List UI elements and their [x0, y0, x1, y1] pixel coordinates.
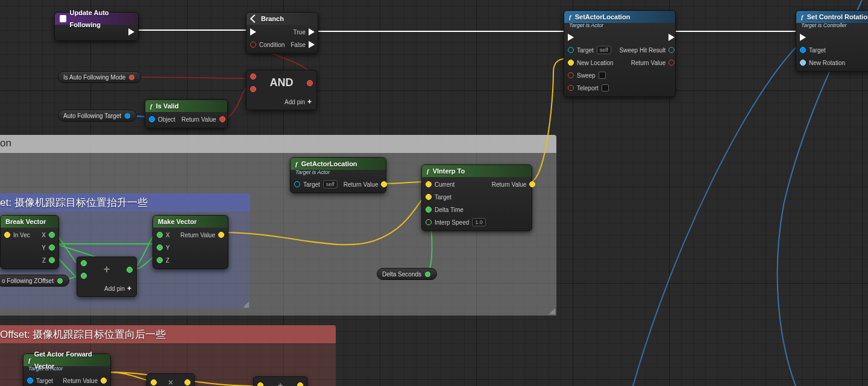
out[interactable]: [297, 381, 303, 386]
node-multiply-a[interactable]: ×: [146, 373, 195, 386]
node-break-vector[interactable]: Break Vector In Vec X Y Z: [0, 215, 59, 269]
exec-out-pin[interactable]: [668, 33, 675, 42]
target-pin[interactable]: Targetself: [294, 179, 338, 189]
comment-title: et: 摄像机跟踪目标位置抬升一些: [0, 193, 250, 211]
node-and[interactable]: AND Add pin+: [246, 70, 317, 110]
sweep-hit-result-pin[interactable]: Sweep Hit Result: [620, 45, 675, 55]
exec-in-pin[interactable]: [568, 33, 614, 42]
resize-handle[interactable]: [243, 302, 249, 308]
object-pin[interactable]: Object: [149, 114, 175, 124]
node-set-control-rotation[interactable]: f Set Control Rotation Target is Control…: [796, 10, 868, 72]
interp-speed-pin[interactable]: Interp Speed1.0: [426, 217, 486, 227]
resize-handle[interactable]: [549, 308, 555, 314]
node-title: VInterp To: [433, 165, 465, 177]
comment-title: on: [0, 135, 556, 153]
function-icon: f: [150, 100, 153, 112]
plus-icon: +: [274, 378, 286, 386]
var-auto-following-target[interactable]: Auto Following Target: [58, 110, 137, 122]
true-pin[interactable]: True: [294, 27, 315, 37]
node-title: Update Auto Following: [70, 7, 133, 31]
add-in-b[interactable]: [81, 271, 87, 281]
out[interactable]: [184, 378, 190, 386]
comment-title: Offset: 摄像机跟踪目标位置向后一些: [0, 325, 336, 343]
in-vec-pin[interactable]: In Vec: [4, 230, 30, 240]
and-out-pin[interactable]: [307, 78, 313, 88]
sweep-checkbox[interactable]: [599, 72, 606, 79]
new-rotation-pin[interactable]: New Rotation: [800, 58, 845, 67]
var-is-auto-following-mode[interactable]: Is Auto Following Mode: [58, 71, 141, 83]
node-title: Is Valid: [156, 100, 179, 112]
function-icon: f: [295, 158, 298, 170]
function-icon: f: [801, 11, 804, 23]
function-icon: f: [427, 165, 429, 177]
teleport-pin[interactable]: Teleport: [568, 83, 614, 93]
return-value-pin[interactable]: Return Value: [492, 179, 536, 189]
x-pin[interactable]: X: [42, 230, 55, 240]
multiply-icon: ×: [165, 375, 177, 386]
target-pin[interactable]: Target: [27, 376, 53, 385]
new-location-pin[interactable]: New Location: [568, 58, 614, 67]
function-icon: f: [28, 354, 31, 366]
add-pin-button[interactable]: Add pin+: [77, 284, 136, 296]
plus-icon: +: [127, 284, 131, 293]
exec-out-pin[interactable]: [128, 27, 134, 37]
exec-in-pin[interactable]: [250, 27, 285, 37]
node-title: Branch: [261, 13, 284, 25]
target-pin[interactable]: Target: [426, 192, 486, 202]
add-in-a[interactable]: [81, 258, 87, 268]
node-subtitle: Target is Actor: [291, 169, 386, 177]
and-in-b-pin[interactable]: [250, 84, 256, 94]
node-is-valid[interactable]: f Is Valid Object Return Value: [145, 99, 228, 128]
current-pin[interactable]: Current: [426, 179, 486, 189]
return-value-pin[interactable]: Return Value: [63, 376, 107, 385]
plus-icon: +: [307, 98, 312, 106]
y-pin[interactable]: Y: [42, 243, 55, 252]
return-value-pin[interactable]: Return Value: [180, 230, 224, 240]
sweep-pin[interactable]: Sweep: [568, 70, 614, 80]
return-value-pin[interactable]: Return Value: [181, 114, 225, 124]
x-pin[interactable]: X: [157, 230, 170, 240]
node-branch[interactable]: Branch Condition True False: [246, 12, 318, 54]
target-pin[interactable]: Targetself: [568, 45, 614, 55]
z-pin[interactable]: Z: [157, 255, 170, 265]
node-multiply-b[interactable]: +: [253, 376, 307, 386]
node-add-float[interactable]: + Add pin+: [77, 257, 137, 297]
var-delta-seconds[interactable]: Delta Seconds: [377, 268, 437, 280]
branch-icon: [250, 14, 259, 23]
condition-pin[interactable]: Condition: [250, 40, 285, 49]
event-icon: [60, 15, 66, 22]
function-icon: f: [569, 11, 571, 23]
var-following-zoffset[interactable]: o Following ZOffset: [0, 275, 69, 287]
add-pin-button[interactable]: Add pin+: [247, 98, 316, 110]
node-title: Break Vector: [5, 216, 46, 228]
return-value-pin[interactable]: Return Value: [631, 58, 675, 67]
node-title: SetActorLocation: [575, 11, 631, 23]
target-pin[interactable]: Target: [800, 45, 845, 55]
node-update-auto-following[interactable]: Update Auto Following: [54, 12, 139, 41]
in-a[interactable]: [257, 381, 263, 386]
node-set-actor-location[interactable]: f SetActorLocation Target is Actor Targe…: [564, 10, 676, 97]
in-a[interactable]: [151, 378, 157, 386]
exec-in-pin[interactable]: [800, 33, 845, 42]
node-subtitle: Target is Controller: [796, 22, 868, 30]
plus-icon: +: [100, 261, 114, 278]
node-get-actor-forward-vector[interactable]: f Get Actor Forward Vector Target is Act…: [23, 353, 111, 386]
node-make-vector[interactable]: Make Vector X Y Z Return Value: [153, 215, 228, 269]
add-out[interactable]: [127, 265, 133, 275]
delta-time-pin[interactable]: Delta Time: [426, 205, 486, 214]
node-title: Make Vector: [158, 216, 197, 228]
return-value-pin[interactable]: Return Value: [344, 179, 388, 189]
node-vinterp-to[interactable]: f VInterp To Current Target Delta Time I…: [421, 164, 532, 231]
z-pin[interactable]: Z: [42, 255, 55, 265]
false-pin[interactable]: False: [291, 40, 314, 49]
interp-speed-value[interactable]: 1.0: [472, 218, 486, 226]
node-get-actor-location[interactable]: f GetActorLocation Target is Actor Targe…: [290, 157, 386, 193]
node-title: Set Control Rotation: [807, 11, 868, 23]
teleport-checkbox[interactable]: [602, 84, 609, 92]
and-in-a-pin[interactable]: [250, 72, 256, 81]
node-subtitle: Target is Actor: [564, 22, 675, 30]
node-title: GetActorLocation: [301, 158, 357, 170]
y-pin[interactable]: Y: [157, 243, 170, 252]
node-title: AND: [266, 74, 297, 92]
